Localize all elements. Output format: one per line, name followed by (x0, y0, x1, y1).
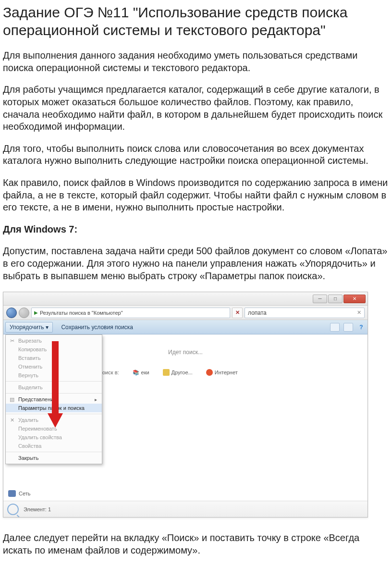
menu-redo[interactable]: Вернуть (6, 371, 102, 380)
address-bar: ▶ Результаты поиска в "Компьютер" ✕ лопа… (3, 306, 368, 320)
menu-delete[interactable]: ✕Удалить (6, 416, 102, 424)
maximize-button[interactable]: □ (328, 295, 343, 303)
menu-select[interactable]: Выделить (6, 383, 102, 392)
paragraph: Как правило, поиск файлов в Windows прои… (3, 177, 389, 214)
searching-label: Идет поиск... (168, 349, 203, 356)
paragraph: Для того, чтобы выполнить поиск слова ил… (3, 143, 389, 167)
window-titlebar: ─ □ ✕ (3, 292, 368, 306)
pane-icon[interactable] (343, 323, 353, 332)
menu-paste[interactable]: Вставить (6, 354, 102, 362)
menu-close[interactable]: Закрыть (6, 454, 102, 462)
menu-cut[interactable]: ✂Вырезать (6, 336, 102, 345)
libraries-icon: 📚 (133, 370, 139, 376)
network-icon (8, 490, 16, 497)
save-search-button[interactable]: Сохранить условия поиска (57, 322, 137, 333)
paragraph: Для выполнения данного задания необходим… (3, 49, 389, 74)
toolbar: Упорядочить ▾ Сохранить условия поиска ? (3, 320, 368, 334)
status-text: Элемент: 1 (24, 506, 51, 512)
paragraph: Для работы учащимся предлагается каталог… (3, 84, 389, 133)
organize-menu: ✂Вырезать Копировать Вставить Отменить В… (5, 334, 102, 464)
minimize-button[interactable]: ─ (313, 295, 327, 303)
search-input[interactable]: лопата ✕ (245, 308, 365, 318)
explorer-window: ─ □ ✕ ▶ Результаты поиска в "Компьютер" … (3, 292, 368, 518)
folder-icon (163, 369, 170, 376)
page-title: Задание ОГЭ №11 "Использование средств п… (3, 4, 389, 39)
delete-icon: ✕ (9, 417, 15, 423)
view-icon: ▧ (9, 396, 15, 403)
scope-label: оиск в: (102, 370, 119, 375)
menu-properties[interactable]: Свойства (6, 442, 102, 450)
scope-libraries[interactable]: 📚 еки (133, 370, 149, 376)
help-icon[interactable]: ? (357, 324, 366, 331)
content-area: Идет поиск... оиск в: 📚 еки Другое... Ин… (3, 334, 368, 517)
back-button[interactable] (6, 308, 17, 318)
paragraph: Далее следует перейти на вкладку «Поиск»… (3, 532, 389, 556)
internet-icon (206, 369, 213, 376)
folder-icon: ▶ (34, 310, 38, 315)
search-scope-row: оиск в: 📚 еки Другое... Интернет (102, 369, 238, 376)
breadcrumb[interactable]: ▶ Результаты поиска в "Компьютер" (31, 308, 230, 318)
clear-icon[interactable]: ✕ (357, 309, 361, 316)
magnifier-icon (7, 504, 19, 515)
scope-other[interactable]: Другое... (163, 369, 193, 376)
search-value: лопата (248, 309, 267, 316)
menu-undo[interactable]: Отменить (6, 362, 102, 371)
status-bar: Элемент: 1 (3, 501, 368, 517)
chevron-down-icon: ▾ (46, 324, 49, 331)
breadcrumb-label: Результаты поиска в "Компьютер" (40, 310, 123, 316)
close-button[interactable]: ✕ (343, 295, 366, 303)
organize-button[interactable]: Упорядочить ▾ (5, 322, 53, 333)
forward-button[interactable] (19, 308, 29, 318)
stop-button[interactable]: ✕ (232, 308, 243, 318)
cut-icon: ✂ (9, 338, 15, 344)
view-icon[interactable] (330, 323, 340, 332)
paragraph: Допустим, поставлена задача найти среди … (3, 245, 389, 282)
heading-windows7: Для Windows 7: (3, 223, 389, 236)
sidebar-network[interactable]: Сеть (8, 490, 30, 497)
menu-rename[interactable]: Переименовать (6, 424, 102, 433)
menu-copy[interactable]: Копировать (6, 345, 102, 354)
menu-remove-props[interactable]: Удалить свойства (6, 433, 102, 442)
scope-internet[interactable]: Интернет (206, 369, 238, 376)
organize-label: Упорядочить (10, 324, 44, 331)
menu-folder-options[interactable]: Параметры папок и поиска (6, 404, 102, 412)
submenu-arrow-icon: ▸ (95, 397, 97, 402)
menu-view[interactable]: ▧Представление▸ (6, 395, 102, 404)
